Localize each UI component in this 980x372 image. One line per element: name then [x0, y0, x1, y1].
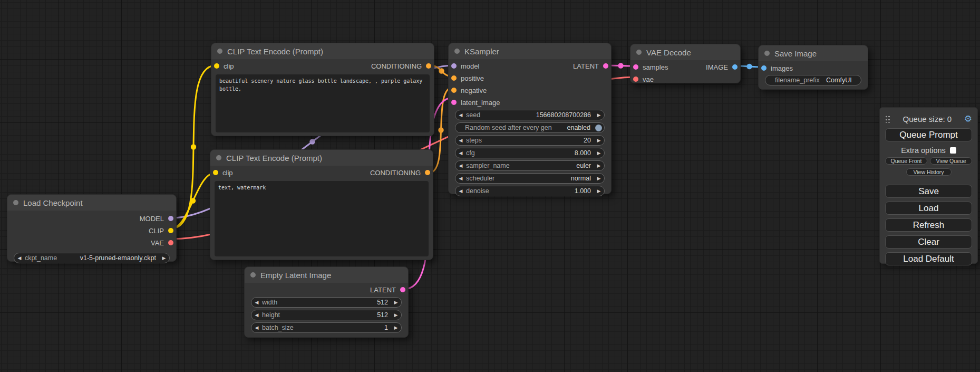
prompt-textarea[interactable]: text, watermark [215, 181, 429, 256]
node-save-image[interactable]: Save Image images filename_prefix ComfyU… [758, 45, 868, 90]
widget-label: batch_size [262, 324, 294, 331]
node-title-bar[interactable]: Save Image [759, 45, 868, 61]
drag-handle-icon[interactable] [885, 115, 890, 123]
stepper-left-icon[interactable]: ◀ [455, 186, 466, 196]
extra-options-checkbox[interactable] [950, 147, 956, 154]
node-title-bar[interactable]: VAE Decode [630, 44, 740, 60]
node-title-bar[interactable]: CLIP Text Encode (Prompt) [210, 150, 433, 166]
stepper-right-icon[interactable]: ▶ [391, 298, 401, 307]
stepper-right-icon[interactable]: ▶ [594, 110, 604, 120]
node-load-checkpoint[interactable]: Load Checkpoint MODEL CLIP VAE ◀ ckpt_na… [7, 194, 177, 262]
samples-input-port[interactable] [633, 64, 638, 70]
stepper-left-icon[interactable]: ◀ [251, 310, 262, 320]
stepper-left-icon[interactable]: ◀ [455, 174, 466, 183]
stepper-left-icon[interactable]: ◀ [251, 323, 262, 332]
node-ksampler[interactable]: KSampler model LATENT positive negative … [448, 43, 612, 194]
batch-size-widget[interactable]: ◀ batch_size 1 ▶ [251, 322, 402, 333]
negative-cond-link-midpoint-dot[interactable] [438, 127, 443, 132]
ckpt-name-widget[interactable]: ◀ ckpt_name v1-5-pruned-emaonly.ckpt ▶ [14, 253, 170, 263]
vae-input-port[interactable] [633, 77, 638, 82]
save-button[interactable]: Save [885, 185, 972, 198]
collapse-dot-icon[interactable] [764, 51, 770, 56]
latent-output-port[interactable] [400, 287, 405, 292]
node-title-bar[interactable]: Empty Latent Image [245, 267, 408, 283]
load-button[interactable]: Load [885, 202, 972, 215]
stepper-right-icon[interactable]: ▶ [391, 310, 401, 320]
clip-output-port[interactable] [168, 228, 173, 233]
seed-widget[interactable]: ◀ seed 156680208700286 ▶ [455, 110, 605, 120]
node-empty-latent-image[interactable]: Empty Latent Image LATENT ◀ width 512 ▶ … [244, 266, 409, 338]
widget-label: scheduler [466, 175, 494, 182]
stepper-right-icon[interactable]: ▶ [594, 136, 604, 145]
refresh-button[interactable]: Refresh [885, 218, 972, 232]
stepper-left-icon[interactable]: ◀ [455, 148, 466, 158]
scheduler-widget[interactable]: ◀ scheduler normal ▶ [455, 173, 605, 184]
queue-panel[interactable]: Queue size: 0 ⚙ Queue Prompt Extra optio… [879, 107, 978, 264]
cfg-widget[interactable]: ◀ cfg 8.000 ▶ [455, 148, 605, 158]
clip-input-port[interactable] [214, 63, 219, 69]
sampler-name-widget[interactable]: ◀ sampler_name euler ▶ [455, 160, 605, 171]
stepper-right-icon[interactable]: ▶ [159, 253, 169, 263]
filename-prefix-widget[interactable]: filename_prefix ComfyUI [765, 75, 861, 85]
queue-front-button[interactable]: Queue Front [885, 157, 927, 165]
stepper-right-icon[interactable]: ▶ [594, 148, 604, 158]
clip-to-positive-link-midpoint-dot[interactable] [191, 144, 196, 149]
width-widget[interactable]: ◀ width 512 ▶ [251, 297, 402, 308]
stepper-right-icon[interactable]: ▶ [594, 186, 604, 196]
samples-link-midpoint-dot[interactable] [618, 63, 623, 68]
latent-image-input-port[interactable] [451, 100, 457, 105]
collapse-dot-icon[interactable] [250, 272, 256, 278]
stepper-left-icon[interactable]: ◀ [455, 161, 466, 170]
load-default-button[interactable]: Load Default [885, 252, 972, 265]
node-clip-text-encode-positive[interactable]: CLIP Text Encode (Prompt) clip CONDITION… [211, 43, 434, 136]
stepper-left-icon[interactable]: ◀ [251, 298, 262, 307]
stepper-left-icon[interactable]: ◀ [14, 253, 25, 263]
collapse-dot-icon[interactable] [636, 50, 642, 55]
stepper-left-icon[interactable]: ◀ [455, 110, 466, 120]
model-link-midpoint-dot[interactable] [309, 139, 315, 144]
clear-button[interactable]: Clear [885, 235, 972, 249]
stepper-right-icon[interactable]: ▶ [594, 161, 604, 170]
model-input-port[interactable] [451, 63, 457, 69]
queue-prompt-button[interactable]: Queue Prompt [885, 128, 972, 141]
model-output-port[interactable] [168, 216, 173, 221]
negative-input-port[interactable] [451, 88, 457, 93]
latent-output-port[interactable] [603, 63, 608, 69]
positive-cond-link-midpoint-dot[interactable] [439, 68, 444, 73]
toggle-knob-icon[interactable] [595, 125, 602, 131]
random-seed-toggle-widget[interactable]: Random seed after every gen enabled [455, 122, 605, 133]
settings-gear-icon[interactable]: ⚙ [964, 115, 972, 123]
stepper-right-icon[interactable]: ▶ [594, 174, 604, 183]
height-widget[interactable]: ◀ height 512 ▶ [251, 310, 402, 320]
clip-input-port[interactable] [213, 170, 218, 175]
view-history-button[interactable]: View History [906, 168, 952, 176]
node-title-bar[interactable]: KSampler [449, 43, 611, 59]
stepper-left-icon[interactable]: ◀ [455, 136, 466, 145]
image-output-port[interactable] [732, 64, 738, 70]
images-input-port[interactable] [761, 65, 766, 71]
node-vae-decode[interactable]: VAE Decode samples IMAGE vae [630, 44, 741, 83]
conditioning-output-port[interactable] [425, 170, 430, 175]
collapse-dot-icon[interactable] [217, 49, 222, 54]
node-title-bar[interactable]: Load Checkpoint [7, 195, 176, 211]
slot-row: clip CONDITIONING [210, 167, 433, 178]
image-link-midpoint-dot[interactable] [746, 64, 752, 69]
node-title-bar[interactable]: CLIP Text Encode (Prompt) [211, 43, 434, 59]
widget-value: euler [510, 162, 594, 169]
node-clip-text-encode-negative[interactable]: CLIP Text Encode (Prompt) clip CONDITION… [210, 149, 433, 260]
clip-to-negative-link-midpoint-dot[interactable] [190, 198, 196, 203]
conditioning-output-port[interactable] [426, 63, 431, 69]
view-queue-button[interactable]: View Queue [930, 157, 972, 165]
collapse-dot-icon[interactable] [13, 200, 18, 205]
stepper-right-icon[interactable]: ▶ [391, 323, 401, 332]
positive-input-port[interactable] [451, 75, 457, 81]
denoise-widget[interactable]: ◀ denoise 1.000 ▶ [455, 186, 605, 196]
extra-options-label: Extra options [901, 146, 946, 155]
prompt-textarea[interactable]: beautiful scenery nature glass bottle la… [216, 74, 430, 132]
steps-widget[interactable]: ◀ steps 20 ▶ [455, 135, 605, 146]
collapse-dot-icon[interactable] [454, 49, 460, 54]
widget-label: height [262, 311, 280, 319]
vae-output-port[interactable] [168, 240, 173, 245]
collapse-dot-icon[interactable] [216, 155, 221, 160]
node-graph-canvas[interactable]: Load Checkpoint MODEL CLIP VAE ◀ ckpt_na… [0, 0, 980, 372]
